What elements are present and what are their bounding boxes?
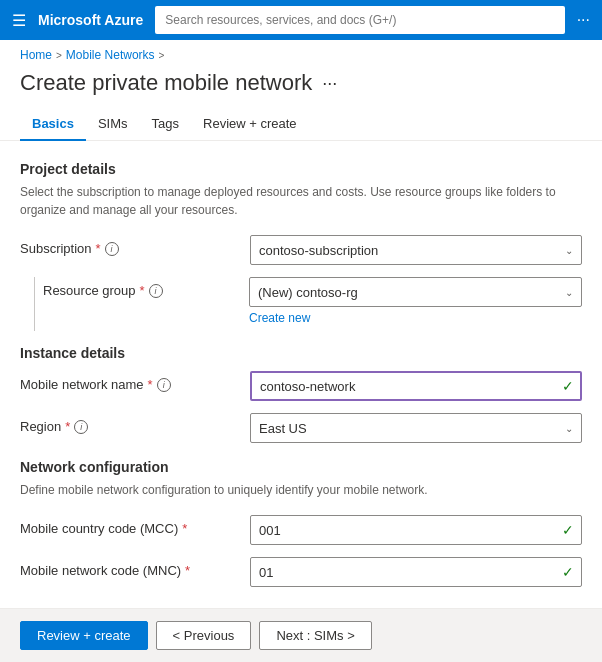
mnc-row: Mobile network code (MNC) * ✓ <box>20 557 582 587</box>
region-dropdown[interactable]: East US ⌄ <box>250 413 582 443</box>
breadcrumb: Home > Mobile Networks > <box>0 40 602 66</box>
create-new-link[interactable]: Create new <box>249 311 310 325</box>
breadcrumb-home[interactable]: Home <box>20 48 52 62</box>
region-chevron-icon: ⌄ <box>565 423 573 434</box>
main-content: Project details Select the subscription … <box>0 141 602 619</box>
topbar: ☰ Microsoft Azure ··· <box>0 0 602 40</box>
resource-group-chevron-icon: ⌄ <box>565 287 573 298</box>
tab-tags[interactable]: Tags <box>140 108 191 141</box>
subscription-dropdown[interactable]: contoso-subscription ⌄ <box>250 235 582 265</box>
region-row: Region * i East US ⌄ <box>20 413 582 443</box>
mobile-network-name-control: ✓ <box>250 371 582 401</box>
subscription-row: Subscription * i contoso-subscription ⌄ <box>20 235 582 265</box>
network-config-desc: Define mobile network configuration to u… <box>20 481 582 499</box>
mnc-label-col: Mobile network code (MNC) * <box>20 557 240 578</box>
region-required: * <box>65 419 70 434</box>
mnc-control: ✓ <box>250 557 582 587</box>
breadcrumb-sep2: > <box>159 50 165 61</box>
page-title-row: Create private mobile network ··· <box>0 66 602 108</box>
region-label-col: Region * i <box>20 413 240 434</box>
subscription-chevron-icon: ⌄ <box>565 245 573 256</box>
topbar-more-icon[interactable]: ··· <box>577 11 590 29</box>
project-details-desc: Select the subscription to manage deploy… <box>20 183 582 219</box>
mnc-label: Mobile network code (MNC) <box>20 563 181 578</box>
resource-group-label: Resource group <box>43 283 136 298</box>
previous-button[interactable]: < Previous <box>156 621 252 650</box>
subscription-label-col: Subscription * i <box>20 235 240 256</box>
breadcrumb-sep1: > <box>56 50 62 61</box>
mcc-label-col: Mobile country code (MCC) * <box>20 515 240 536</box>
instance-details-title: Instance details <box>20 345 582 361</box>
page-title: Create private mobile network <box>20 70 312 96</box>
network-config-title: Network configuration <box>20 459 582 475</box>
review-create-button[interactable]: Review + create <box>20 621 148 650</box>
mcc-input-wrapper: ✓ <box>250 515 582 545</box>
subscription-info-icon[interactable]: i <box>105 242 119 256</box>
region-label: Region <box>20 419 61 434</box>
mobile-network-name-row: Mobile network name * i ✓ <box>20 371 582 401</box>
mobile-network-name-input-wrapper: ✓ <box>250 371 582 401</box>
resource-group-label-col: Resource group * i <box>43 277 239 298</box>
project-details-section: Project details Select the subscription … <box>20 161 582 219</box>
resource-group-required: * <box>140 283 145 298</box>
subscription-required: * <box>96 241 101 256</box>
tab-basics[interactable]: Basics <box>20 108 86 141</box>
tabs: Basics SIMs Tags Review + create <box>0 108 602 141</box>
subscription-label: Subscription <box>20 241 92 256</box>
project-details-title: Project details <box>20 161 582 177</box>
resource-group-row: Resource group * i (New) contoso-rg ⌄ Cr… <box>43 277 582 325</box>
app-logo: Microsoft Azure <box>38 12 143 28</box>
mnc-input[interactable] <box>250 557 582 587</box>
mobile-network-name-info-icon[interactable]: i <box>157 378 171 392</box>
mobile-network-name-label-col: Mobile network name * i <box>20 371 240 392</box>
region-control: East US ⌄ <box>250 413 582 443</box>
network-config-section: Network configuration Define mobile netw… <box>20 459 582 499</box>
region-info-icon[interactable]: i <box>74 420 88 434</box>
next-button[interactable]: Next : SIMs > <box>259 621 371 650</box>
mnc-input-wrapper: ✓ <box>250 557 582 587</box>
instance-details-section: Instance details <box>20 345 582 361</box>
tab-sims[interactable]: SIMs <box>86 108 140 141</box>
breadcrumb-mobile-networks[interactable]: Mobile Networks <box>66 48 155 62</box>
mcc-check-icon: ✓ <box>562 522 574 538</box>
mcc-required: * <box>182 521 187 536</box>
page-title-more-icon[interactable]: ··· <box>322 73 337 94</box>
footer: Review + create < Previous Next : SIMs > <box>0 608 602 662</box>
region-value: East US <box>259 421 307 436</box>
tab-review-create[interactable]: Review + create <box>191 108 309 141</box>
mcc-label: Mobile country code (MCC) <box>20 521 178 536</box>
mobile-network-name-label: Mobile network name <box>20 377 144 392</box>
mnc-check-icon: ✓ <box>562 564 574 580</box>
resource-group-value: (New) contoso-rg <box>258 285 358 300</box>
subscription-value: contoso-subscription <box>259 243 378 258</box>
mobile-network-name-check-icon: ✓ <box>562 378 574 394</box>
mobile-network-name-required: * <box>148 377 153 392</box>
mcc-control: ✓ <box>250 515 582 545</box>
mnc-required: * <box>185 563 190 578</box>
search-input[interactable] <box>155 6 564 34</box>
mcc-row: Mobile country code (MCC) * ✓ <box>20 515 582 545</box>
resource-group-info-icon[interactable]: i <box>149 284 163 298</box>
mobile-network-name-input[interactable] <box>250 371 582 401</box>
resource-group-dropdown[interactable]: (New) contoso-rg ⌄ <box>249 277 582 307</box>
resource-group-control: (New) contoso-rg ⌄ Create new <box>249 277 582 325</box>
subscription-control: contoso-subscription ⌄ <box>250 235 582 265</box>
mcc-input[interactable] <box>250 515 582 545</box>
hamburger-icon[interactable]: ☰ <box>12 11 26 30</box>
